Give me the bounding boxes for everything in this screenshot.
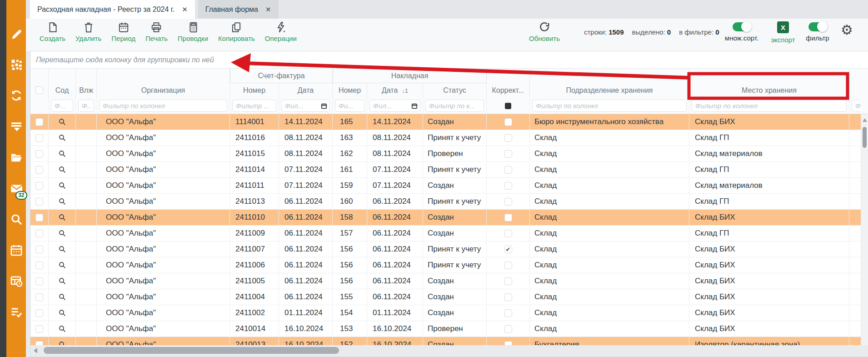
korrekt-checkbox[interactable] <box>504 118 512 126</box>
table-row[interactable]: ООО "Альфа" 2410014 16.10.2024 153 16.10… <box>30 321 868 337</box>
table-row[interactable]: ООО "Альфа" 2411006 06.11.2024 156 06.11… <box>30 257 868 273</box>
search-icon[interactable] <box>10 213 23 226</box>
magnifier-icon[interactable] <box>58 261 66 269</box>
row-checkbox[interactable] <box>35 277 43 285</box>
magnifier-icon[interactable] <box>58 229 66 237</box>
korrekt-checkbox[interactable] <box>504 309 512 317</box>
scroll-left-arrow-icon[interactable] <box>34 348 37 353</box>
magnifier-icon[interactable] <box>58 293 66 301</box>
column-header-korrekt[interactable]: Коррект... <box>487 69 530 98</box>
table-row[interactable]: ООО "Альфа" 2411014 07.11.2024 161 07.11… <box>30 162 868 178</box>
korrekt-checkbox[interactable] <box>504 182 512 190</box>
magnifier-icon[interactable] <box>58 134 66 142</box>
korrekt-filter-checkbox[interactable] <box>505 103 511 109</box>
checklist-icon[interactable] <box>10 306 23 318</box>
row-checkbox[interactable] <box>35 134 43 142</box>
horizontal-scrollbar[interactable] <box>30 345 868 357</box>
column-header-org[interactable]: Организация <box>97 69 230 98</box>
mail-icon[interactable]: 32 <box>10 182 23 195</box>
vlj-filter-input[interactable] <box>78 100 94 112</box>
magnifier-icon[interactable] <box>58 150 66 158</box>
magnifier-icon[interactable] <box>58 309 66 317</box>
create-button[interactable]: Создать <box>40 21 65 42</box>
vertical-scrollbar-thumb[interactable] <box>863 127 867 148</box>
table-row[interactable]: ООО "Альфа" 2411007 06.11.2024 156 06.11… <box>30 241 868 257</box>
copy-button[interactable]: Копировать <box>218 21 255 42</box>
pencil-icon[interactable] <box>10 27 23 40</box>
filter-toggle[interactable]: фильтр <box>804 22 831 42</box>
korrekt-checkbox[interactable] <box>504 166 512 174</box>
table-row[interactable]: ООО "Альфа" 2411004 06.11.2024 155 06.11… <box>30 289 868 305</box>
calendar-icon[interactable] <box>411 103 418 111</box>
partial-filter-input[interactable] <box>852 100 861 112</box>
column-header-waybill-number[interactable]: Номер <box>333 83 367 98</box>
korrekt-checkbox[interactable] <box>504 261 512 269</box>
row-checkbox[interactable] <box>35 198 43 206</box>
row-checkbox[interactable] <box>35 118 43 126</box>
toggle-on-icon[interactable] <box>808 22 827 31</box>
korrekt-checkbox[interactable] <box>504 198 512 206</box>
table-row[interactable]: ООО "Альфа" 1114001 14.11.2024 165 14.11… <box>30 114 868 130</box>
table-row[interactable]: ООО "Альфа" 2410013 16.10.2024 152 16.10… <box>30 337 868 346</box>
period-button[interactable]: Период <box>111 21 135 42</box>
magnifier-icon[interactable] <box>58 245 66 253</box>
column-header-place[interactable]: Место хранения <box>689 69 849 98</box>
invoice-number-filter-input[interactable] <box>232 100 276 112</box>
row-checkbox[interactable] <box>35 230 43 237</box>
calendar-icon[interactable] <box>321 103 327 111</box>
korrekt-checkbox[interactable] <box>504 150 512 158</box>
group-header-invoice[interactable]: Счет-фактура <box>230 69 333 83</box>
column-header-waybill-date[interactable]: Дата↓1 <box>367 83 423 98</box>
column-header-sod[interactable]: Сод <box>49 69 76 98</box>
row-checkbox[interactable] <box>35 261 43 269</box>
scroll-up-arrow-icon[interactable] <box>863 118 867 122</box>
magnifier-icon[interactable] <box>58 277 66 285</box>
group-header-waybill[interactable]: Накладная <box>333 69 487 83</box>
row-checkbox[interactable] <box>35 309 43 317</box>
gear-icon[interactable]: ⚙ <box>841 22 853 38</box>
calendar-icon[interactable] <box>10 244 23 256</box>
group-by-dropzone[interactable]: Перетащите сюда колонку для группировки … <box>30 51 868 69</box>
sync-icon[interactable] <box>10 89 23 102</box>
magnifier-icon[interactable] <box>58 118 66 126</box>
korrekt-checkbox[interactable] <box>504 230 512 237</box>
tab-main-form[interactable]: Главная форма ✕ <box>198 0 279 19</box>
column-header-invoice-date[interactable]: Дата <box>279 83 333 98</box>
stack-download-icon[interactable] <box>10 120 23 133</box>
table-row[interactable]: ООО "Альфа" 2411011 07.11.2024 159 07.11… <box>30 178 868 194</box>
report-clock-icon[interactable] <box>10 275 23 287</box>
multisort-toggle[interactable]: множ.сорт. <box>722 22 761 42</box>
table-row[interactable]: ООО "Альфа" 2411002 01.11.2024 154 01.11… <box>30 305 868 321</box>
table-row[interactable]: ООО "Альфа" 2411010 06.11.2024 158 06.11… <box>30 210 868 226</box>
sod-filter-input[interactable] <box>51 100 73 112</box>
dept-filter-input[interactable] <box>532 100 687 112</box>
row-checkbox[interactable] <box>35 150 43 158</box>
refresh-button[interactable]: Обновить <box>528 21 561 42</box>
excel-icon[interactable]: X <box>777 21 789 33</box>
korrekt-checkbox[interactable] <box>504 134 512 142</box>
magnifier-icon[interactable] <box>58 181 66 190</box>
row-checkbox[interactable] <box>35 166 43 174</box>
status-filter-input[interactable] <box>425 100 484 112</box>
waybill-number-filter-input[interactable] <box>335 100 364 112</box>
tab-registry[interactable]: Расходная накладная - Реестр за 2024 г. … <box>30 0 195 19</box>
toggle-on-icon[interactable] <box>733 22 751 31</box>
folder-icon[interactable] <box>10 151 23 164</box>
magnifier-icon[interactable] <box>58 213 66 221</box>
row-checkbox[interactable] <box>35 182 43 190</box>
select-all-checkbox[interactable] <box>35 86 43 94</box>
column-header-vlj[interactable]: Влж <box>76 69 97 98</box>
table-row[interactable]: ООО "Альфа" 2411015 08.11.2024 162 08.11… <box>30 146 868 162</box>
korrekt-checkbox[interactable] <box>504 277 512 285</box>
org-filter-input[interactable] <box>99 100 227 112</box>
row-checkbox[interactable] <box>35 293 43 301</box>
magnifier-icon[interactable] <box>58 166 66 174</box>
korrekt-checkbox[interactable] <box>504 293 512 301</box>
column-header-invoice-number[interactable]: Номер <box>230 83 279 98</box>
magnifier-icon[interactable] <box>58 325 66 333</box>
table-row[interactable]: ООО "Альфа" 2411013 06.11.2024 160 06.11… <box>30 194 868 210</box>
table-row[interactable]: ООО "Альфа" 2411005 06.11.2024 156 06.11… <box>30 273 868 289</box>
delete-button[interactable]: Удалить <box>75 21 101 42</box>
table-row[interactable]: ООО "Альфа" 2411009 06.11.2024 157 06.11… <box>30 226 868 241</box>
postings-button[interactable]: Проводки <box>178 21 208 42</box>
